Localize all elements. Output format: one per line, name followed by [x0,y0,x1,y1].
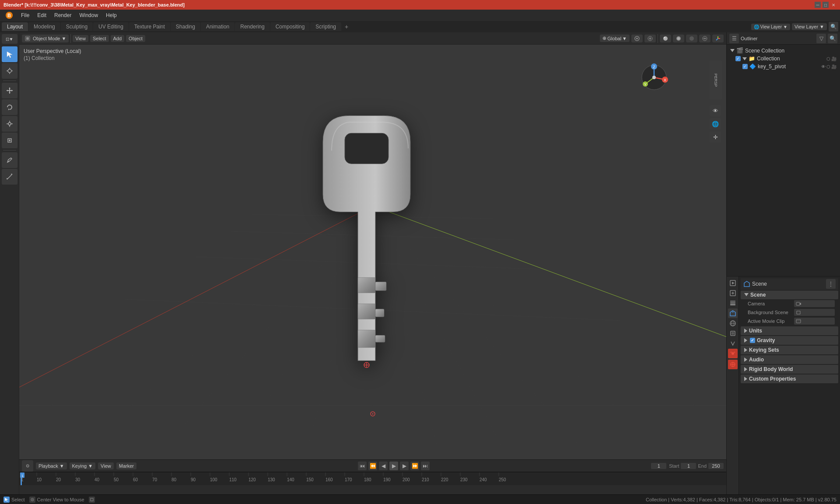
cursor-tool-button[interactable] [2,63,18,79]
tab-scripting[interactable]: Scripting [310,22,341,31]
menu-render[interactable]: Render [51,11,75,19]
jump-to-end-button[interactable]: ⏭ [421,462,430,470]
camera-prop-value[interactable] [794,300,835,307]
object-menu-button[interactable]: Object [126,35,145,42]
proportional-edit-button[interactable] [644,35,656,42]
view-layer-selector[interactable]: View Layer ▼ [792,23,827,30]
menu-edit[interactable]: Edit [34,11,50,19]
maximize-button[interactable]: □ [822,2,829,8]
viewport-shading-material[interactable] [673,35,684,42]
modifier-props-icon[interactable] [728,339,738,348]
snap-button[interactable] [631,35,643,42]
world-space-button[interactable]: 🌐 [710,118,721,130]
outliner-search-button[interactable]: 🔍 [828,34,837,43]
add-workspace-button[interactable]: + [342,22,351,32]
end-frame-input[interactable] [708,463,724,469]
viewport-shading-rendered[interactable] [686,35,697,42]
mode-selector[interactable]: ⊡▼ [2,34,18,44]
global-transform-button[interactable]: ⊕ Global ▼ [600,35,630,42]
view-menu-button[interactable]: View [73,35,88,42]
play-button[interactable]: ▶ [389,462,398,470]
gravity-section-header[interactable]: ✓ Gravity [741,336,838,345]
prev-frame-button[interactable]: ◀ [379,462,388,470]
render-props-icon[interactable] [728,278,738,288]
output-props-icon[interactable] [728,288,738,298]
tab-shading[interactable]: Shading [171,22,200,31]
current-frame-input[interactable] [651,463,666,469]
add-menu-button[interactable]: Add [111,35,125,42]
cursor-button[interactable]: ✛ [710,131,721,143]
object-props-icon[interactable] [728,329,738,338]
world-props-icon[interactable] [728,318,738,328]
title-bar: Blender* [k:\!!!conv_3\38\Metal_Key_max_… [0,0,840,10]
gizmo-button[interactable] [712,35,724,42]
key-actions: 👁 ⬡ 🎥 [821,64,836,69]
key-visibility-checkbox[interactable]: ✓ [742,64,748,69]
scale-tool-button[interactable] [2,116,18,132]
menu-window[interactable]: Window [76,11,102,19]
outliner-menu-button[interactable]: ☰ [729,34,739,43]
scene-props-options-button[interactable]: ⋮ [826,279,836,289]
tab-modeling[interactable]: Modeling [28,22,60,31]
timeline-ruler[interactable]: 1 10 20 30 40 50 60 70 80 90 100 110 120… [19,472,726,485]
measure-tool-button[interactable] [2,169,18,185]
units-section-header[interactable]: Units [741,326,838,335]
timeline-view-menu-button[interactable]: View [98,462,114,469]
keying-menu-button[interactable]: Keying ▼ [70,462,96,469]
scene-section-header[interactable]: Scene [741,290,838,299]
minimize-button[interactable]: ─ [815,2,821,8]
outliner-filter-button[interactable]: ▽ [816,34,826,43]
viewport-perspective-button[interactable]: PERSP [710,60,722,100]
object-mode-dropdown[interactable]: Object Mode ▼ [22,35,69,42]
background-scene-value[interactable] [794,309,835,316]
overlay-button[interactable] [699,35,710,42]
tab-animation[interactable]: Animation [201,22,234,31]
svg-text:250: 250 [499,477,506,482]
scene-props-icon[interactable] [728,308,738,318]
next-keyframe-button[interactable]: ⏩ [410,462,419,470]
transform-tool-button[interactable] [2,133,18,148]
keying-sets-section-header[interactable]: Keying Sets [741,346,838,354]
navigation-gizmo[interactable]: Z X Y [639,62,665,88]
custom-properties-section-header[interactable]: Custom Properties [741,374,838,383]
rotate-tool-button[interactable] [2,99,18,115]
viewport[interactable]: Object Mode ▼ View Select Add Object ⊕ G… [19,32,726,504]
menu-file[interactable]: File [18,11,33,19]
active-movie-clip-value[interactable] [794,318,835,325]
tab-rendering[interactable]: Rendering [235,22,270,31]
timeline-collapse-button[interactable]: ⊙ [22,460,33,472]
rigid-body-world-section-header[interactable]: Rigid Body World [741,365,838,374]
viewport-canvas[interactable]: Z X Y PERSP 👁 [19,45,726,469]
search-view-layer-button[interactable]: 🔍 [829,22,838,32]
particles-props-icon[interactable] [728,349,738,358]
playback-menu-button[interactable]: Playback ▼ [36,462,67,469]
move-tool-button[interactable] [2,83,18,98]
tab-compositing[interactable]: Compositing [270,22,310,31]
view-layer-props-icon[interactable] [728,298,738,308]
tab-sculpting[interactable]: Sculpting [61,22,93,31]
annotate-tool-button[interactable] [2,152,18,168]
tab-texture-paint[interactable]: Texture Paint [129,22,170,31]
physics-props-icon[interactable] [728,360,738,369]
scene-selector[interactable]: 🌐 View Layer ▼ [751,24,790,30]
menu-help[interactable]: Help [102,11,120,19]
next-frame-button[interactable]: ▶ [400,462,409,470]
outliner-scene-collection[interactable]: 🎬 Scene Collection [727,46,840,55]
audio-section-header[interactable]: Audio [741,355,838,364]
viewport-shading-solid[interactable] [660,35,671,42]
marker-menu-button[interactable]: Marker [116,462,136,469]
gravity-enabled-checkbox[interactable]: ✓ [750,338,755,343]
tab-uv-editing[interactable]: UV Editing [93,22,129,31]
tab-layout[interactable]: Layout [2,22,28,31]
menu-blender[interactable]: B [2,10,17,20]
select-tool-button[interactable] [2,46,18,62]
prev-keyframe-button[interactable]: ⏪ [368,462,377,470]
close-button[interactable]: ✕ [830,2,836,8]
object-visibility-button[interactable]: 👁 [710,105,721,116]
start-frame-input[interactable] [681,463,696,469]
select-menu-button[interactable]: Select [90,35,109,42]
outliner-key-object[interactable]: ✓ 🔷 key_5_pivot 👁 ⬡ 🎥 [727,63,840,70]
jump-to-start-button[interactable]: ⏮ [358,462,367,470]
outliner-collection[interactable]: ✓ 📁 Collection ⬡ 🎥 [727,55,840,63]
collection-visibility-checkbox[interactable]: ✓ [735,56,741,61]
